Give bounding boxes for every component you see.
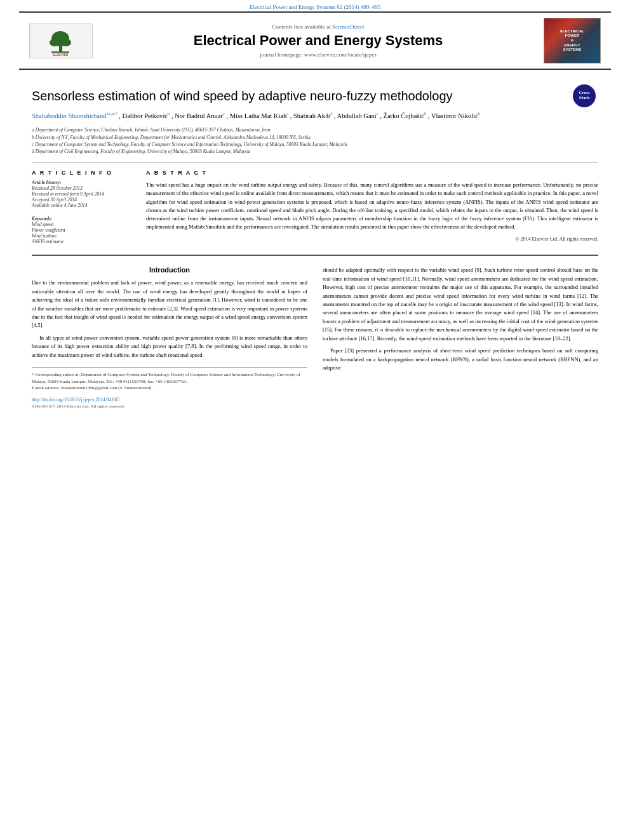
- revised-date: Received in revised form 9 April 2014: [32, 191, 133, 197]
- received-date: Received 28 October 2013: [32, 185, 133, 191]
- info-abstract-section: A R T I C L E I N F O Article history: R…: [32, 170, 598, 244]
- journal-title: Electrical Power and Energy Systems: [99, 32, 537, 49]
- svg-point-4: [61, 39, 71, 46]
- divider-1: [32, 163, 598, 163]
- left-column: Introduction Due to the environmental pr…: [32, 266, 307, 408]
- keyword-1: Wind speed: [32, 222, 133, 227]
- footer-links: http://dx.doi.org/10.1016/j.ijepes.2014.…: [32, 397, 307, 403]
- footnote-section: * Corresponding author at: Department of…: [32, 367, 307, 392]
- section-divider: [32, 255, 598, 256]
- keyword-4: ANFIS estimator: [32, 239, 133, 244]
- right-column: should be adapted optimally with respect…: [323, 266, 598, 408]
- abstract-heading: A B S T R A C T: [146, 170, 598, 176]
- article-info-heading: A R T I C L E I N F O: [32, 170, 133, 176]
- abstract-text: The wind speed has a huge impact on the …: [146, 181, 598, 231]
- affiliation-d: d Department of Civil Engineering, Facul…: [32, 148, 598, 155]
- intro-para-1: Due to the environmental problem and lac…: [32, 279, 307, 330]
- affiliation-a: a Department of Computer Science, Chalou…: [32, 126, 598, 133]
- authors-line: Shahaboddin Shamshirbanda,c,d,* , Dalibo…: [32, 110, 598, 121]
- footnote-email: E-mail address: shamshirband1386@gmail.c…: [32, 385, 307, 392]
- paper-title: Sensorless estimation of wind speed by a…: [32, 88, 598, 104]
- affiliation-c: c Department of Computer System and Tech…: [32, 141, 598, 148]
- doi-link[interactable]: http://dx.doi.org/10.1016/j.ijepes.2014.…: [32, 397, 119, 403]
- issn-line: 0142-0615/© 2014 Elsevier Ltd. All right…: [32, 404, 307, 409]
- main-content: CrossMark Sensorless estimation of wind …: [0, 70, 630, 417]
- crossmark-badge: CrossMark: [573, 84, 598, 110]
- footnote-corresponding: * Corresponding author at: Department of…: [32, 371, 307, 385]
- contents-line: Contents lists available at ScienceDirec…: [99, 23, 537, 30]
- keywords-label: Keywords:: [32, 216, 133, 222]
- keywords-section: Keywords: Wind speed Power coefficient W…: [32, 216, 133, 244]
- article-info: A R T I C L E I N F O Article history: R…: [32, 170, 133, 244]
- introduction-heading: Introduction: [32, 266, 307, 274]
- intro-body: Due to the environmental problem and lac…: [32, 279, 307, 359]
- keyword-3: Wind turbine: [32, 233, 133, 239]
- available-date: Available online 4 June 2014: [32, 203, 133, 208]
- abstract-section: A B S T R A C T The wind speed has a hug…: [146, 170, 598, 244]
- article-history-label: Article history:: [32, 180, 133, 185]
- keyword-2: Power coefficient: [32, 227, 133, 233]
- affiliations: a Department of Computer Science, Chalou…: [32, 126, 598, 155]
- svg-point-3: [50, 39, 60, 46]
- journal-reference: Electrical Power and Energy Systems 62 (…: [0, 0, 630, 11]
- elsevier-logo: ELSEVIER: [29, 22, 99, 60]
- affiliation-b: b University of Niš, Faculty of Mechanic…: [32, 134, 598, 141]
- journal-cover: ELECTRICALPOWER&ENERGYSYSTEMS: [537, 18, 601, 63]
- right-para-2: Paper [23] presented a performance analy…: [323, 347, 598, 372]
- body-section: Introduction Due to the environmental pr…: [32, 266, 598, 408]
- accepted-date: Accepted 30 April 2014: [32, 197, 133, 203]
- journal-homepage: journal homepage: www.elsevier.com/locat…: [99, 51, 537, 58]
- svg-text:ELSEVIER: ELSEVIER: [53, 53, 69, 57]
- journal-header-center: Contents lists available at ScienceDirec…: [99, 23, 537, 58]
- intro-para-2: In all types of wind power conversion sy…: [32, 334, 307, 359]
- journal-header: ELSEVIER Contents lists available at Sci…: [19, 11, 611, 70]
- right-body: should be adapted optimally with respect…: [323, 266, 598, 372]
- copyright-notice: © 2014 Elsevier Ltd. All rights reserved…: [146, 236, 598, 242]
- right-para-1: should be adapted optimally with respect…: [323, 266, 598, 343]
